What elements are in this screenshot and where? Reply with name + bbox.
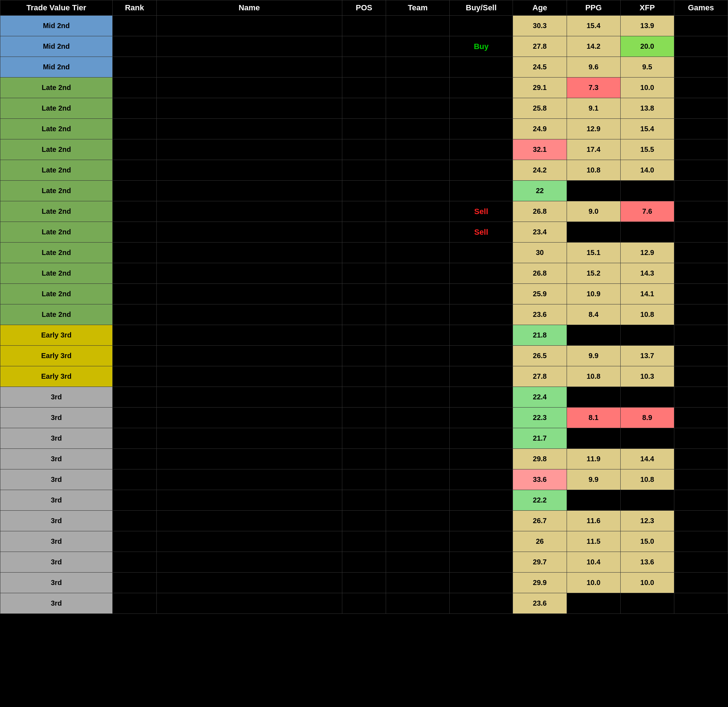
cell-rank [112, 243, 156, 263]
cell-name [156, 263, 342, 284]
cell-pos [342, 98, 386, 119]
cell-name [156, 160, 342, 181]
cell-name [156, 243, 342, 263]
cell-pos [342, 243, 386, 263]
cell-pos [342, 263, 386, 284]
cell-xfp: 13.9 [620, 16, 674, 36]
cell-pos [342, 201, 386, 222]
cell-team [386, 243, 450, 263]
cell-rank [112, 511, 156, 531]
cell-ppg: 14.2 [567, 36, 620, 57]
cell-age: 23.6 [513, 593, 567, 614]
cell-age: 30 [513, 243, 567, 263]
cell-buysell [449, 284, 513, 304]
col-header-xfp: XFP [620, 0, 674, 16]
cell-team [386, 325, 450, 346]
cell-ppg [567, 222, 620, 243]
cell-games [674, 325, 728, 346]
cell-buysell [449, 181, 513, 201]
cell-xfp: 14.0 [620, 160, 674, 181]
cell-rank [112, 428, 156, 449]
cell-ppg: 10.9 [567, 284, 620, 304]
cell-ppg: 10.4 [567, 552, 620, 573]
cell-games [674, 304, 728, 325]
cell-name [156, 201, 342, 222]
cell-team [386, 160, 450, 181]
cell-age: 22.3 [513, 408, 567, 428]
table-row: Late 2nd22 [0, 181, 728, 201]
table-row: Late 2nd24.210.814.0 [0, 160, 728, 181]
cell-pos [342, 181, 386, 201]
table-row: 3rd26.711.612.3 [0, 511, 728, 531]
cell-name [156, 78, 342, 98]
cell-pos [342, 139, 386, 160]
cell-xfp: 14.3 [620, 263, 674, 284]
cell-team [386, 181, 450, 201]
cell-xfp: 10.0 [620, 573, 674, 593]
cell-xfp: 20.0 [620, 36, 674, 57]
cell-name [156, 593, 342, 614]
cell-pos [342, 160, 386, 181]
cell-xfp: 15.4 [620, 119, 674, 139]
cell-tier: 3rd [0, 531, 113, 552]
cell-pos [342, 325, 386, 346]
cell-games [674, 243, 728, 263]
cell-ppg: 9.6 [567, 57, 620, 78]
cell-age: 26.8 [513, 263, 567, 284]
table-row: Late 2nd25.910.914.1 [0, 284, 728, 304]
cell-pos [342, 490, 386, 511]
cell-tier: Late 2nd [0, 78, 113, 98]
cell-pos [342, 57, 386, 78]
cell-tier: Late 2nd [0, 160, 113, 181]
cell-games [674, 573, 728, 593]
table-row: Mid 2ndBuy27.814.220.0 [0, 36, 728, 57]
table-row: Early 3rd21.8 [0, 325, 728, 346]
cell-buysell [449, 57, 513, 78]
cell-age: 33.6 [513, 470, 567, 490]
cell-buysell [449, 449, 513, 470]
cell-xfp: 15.5 [620, 139, 674, 160]
cell-pos [342, 284, 386, 304]
cell-rank [112, 490, 156, 511]
cell-pos [342, 304, 386, 325]
header-row: Trade Value Tier Rank Name POS Team Buy/… [0, 0, 728, 16]
cell-games [674, 593, 728, 614]
cell-xfp: 8.9 [620, 408, 674, 428]
cell-name [156, 449, 342, 470]
cell-rank [112, 366, 156, 387]
cell-buysell [449, 78, 513, 98]
cell-ppg [567, 181, 620, 201]
cell-name [156, 511, 342, 531]
cell-buysell [449, 243, 513, 263]
cell-xfp [620, 181, 674, 201]
table-row: Late 2nd3015.112.9 [0, 243, 728, 263]
cell-name [156, 284, 342, 304]
cell-pos [342, 531, 386, 552]
cell-rank [112, 387, 156, 408]
cell-buysell [449, 304, 513, 325]
cell-ppg: 10.8 [567, 160, 620, 181]
cell-games [674, 263, 728, 284]
cell-pos [342, 449, 386, 470]
cell-rank [112, 449, 156, 470]
cell-name [156, 98, 342, 119]
cell-age: 29.1 [513, 78, 567, 98]
cell-tier: Late 2nd [0, 263, 113, 284]
table-row: Late 2nd25.89.113.8 [0, 98, 728, 119]
cell-xfp: 7.6 [620, 201, 674, 222]
cell-name [156, 428, 342, 449]
cell-xfp [620, 593, 674, 614]
cell-buysell [449, 573, 513, 593]
cell-ppg: 9.0 [567, 201, 620, 222]
cell-xfp: 10.3 [620, 366, 674, 387]
cell-rank [112, 263, 156, 284]
cell-tier: Late 2nd [0, 119, 113, 139]
cell-team [386, 304, 450, 325]
cell-name [156, 36, 342, 57]
cell-games [674, 98, 728, 119]
cell-rank [112, 573, 156, 593]
cell-team [386, 366, 450, 387]
main-container: Trade Value Tier Rank Name POS Team Buy/… [0, 0, 728, 707]
cell-tier: Late 2nd [0, 98, 113, 119]
cell-tier: 3rd [0, 552, 113, 573]
